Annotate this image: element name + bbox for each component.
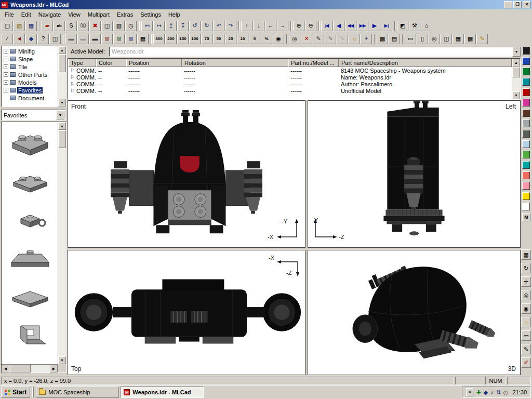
matrix-view-button[interactable]: ▩: [464, 34, 476, 44]
zoom-in-button[interactable]: ⊕: [293, 21, 304, 31]
tree-item-tile[interactable]: +Tile: [2, 63, 58, 71]
viewport-3d[interactable]: 3D: [308, 250, 521, 375]
start-button[interactable]: Start: [1, 387, 30, 398]
color-swatch-6[interactable]: [522, 109, 530, 117]
parts-list-horizontal-scrollbar[interactable]: ◀ ▶: [2, 364, 58, 373]
viewport-left[interactable]: Left -Y -Z: [308, 100, 521, 248]
zoom-150-button[interactable]: 150: [177, 34, 189, 44]
scroll-down-icon[interactable]: ▼: [58, 356, 66, 364]
step-next-button[interactable]: ▶: [369, 21, 380, 31]
nudge-up-button[interactable]: ↑: [241, 21, 252, 31]
minimize-button[interactable]: _: [504, 1, 512, 8]
zoom-5-button[interactable]: 5: [249, 34, 260, 44]
scroll-down-icon[interactable]: ▼: [512, 91, 520, 99]
save-file-button[interactable]: ▦: [25, 21, 37, 31]
lighting-button[interactable]: ☼: [349, 34, 360, 44]
more-colors-button[interactable]: M: [522, 213, 530, 221]
scrollbar-thumb[interactable]: [10, 365, 31, 373]
tree-item-minifig[interactable]: +Minifig: [2, 47, 58, 55]
rotate-cw-button[interactable]: ↻: [201, 21, 212, 31]
scroll-left-icon[interactable]: ◀: [2, 365, 9, 373]
edit-points-button[interactable]: ✎: [313, 34, 324, 44]
add-comment-button[interactable]: ab: [54, 21, 65, 31]
menu-item-extras[interactable]: Extras: [113, 10, 137, 19]
second-screen-button[interactable]: ▯: [417, 34, 428, 44]
viewport-note-button[interactable]: ▭: [521, 330, 531, 341]
clear-rotation-button[interactable]: ⊠: [113, 34, 125, 44]
snapshot-button[interactable]: ▥: [113, 21, 125, 31]
color-swatch-3[interactable]: [522, 78, 530, 86]
column-header-position[interactable]: Position: [126, 59, 182, 67]
zoom-fit-button[interactable]: ◉: [273, 34, 284, 44]
viewport-front[interactable]: Front -Y -X: [68, 100, 305, 248]
step-forward-button[interactable]: ▶▶: [357, 21, 368, 31]
column-header-type[interactable]: Type: [68, 59, 96, 67]
scroll-down-icon[interactable]: ▼: [58, 99, 66, 107]
parts-list-vertical-scrollbar[interactable]: ▲ ▼: [58, 122, 66, 364]
move-up-button[interactable]: ↥: [165, 21, 177, 31]
column-header-rotation[interactable]: Rotation: [182, 59, 288, 67]
color-swatch-7[interactable]: [522, 119, 530, 127]
move-right-button[interactable]: ↦: [153, 21, 165, 31]
zoom-percent-button[interactable]: %: [261, 34, 272, 44]
zoom-300-button[interactable]: 300: [153, 34, 165, 44]
add-part-button[interactable]: ▰: [42, 21, 53, 31]
viewport-top[interactable]: Top -X -Z: [68, 250, 305, 375]
column-header-part-no[interactable]: Part no./Model ...: [288, 59, 339, 67]
color-swatch-12[interactable]: [522, 171, 530, 179]
magnifier-button[interactable]: ◎: [289, 34, 300, 44]
color-swatch-11[interactable]: [522, 161, 530, 169]
materials-button[interactable]: ✦: [361, 34, 372, 44]
zoom-100-button[interactable]: 100: [189, 34, 201, 44]
snap-settings-button[interactable]: ▦: [521, 249, 531, 260]
volume-tray-icon[interactable]: ♪: [490, 390, 494, 395]
category-combobox[interactable]: Favorites ▼: [1, 110, 65, 121]
favorite-part-plate-1x2[interactable]: [2, 161, 58, 200]
clear-step-button[interactable]: ⊠: [101, 34, 113, 44]
center-model-button[interactable]: ◉: [521, 303, 531, 314]
context-help-button[interactable]: ?: [37, 34, 49, 44]
color-swatch-0[interactable]: [522, 47, 530, 55]
new-file-button[interactable]: ▢: [2, 21, 13, 31]
project-home-button[interactable]: ⌂: [421, 21, 432, 31]
edit-lines-button[interactable]: ✎: [325, 34, 336, 44]
show-part-button[interactable]: ▬: [89, 34, 101, 44]
ghost-part-button[interactable]: ▬: [77, 34, 89, 44]
zoom-10-button[interactable]: 10: [237, 34, 248, 44]
menu-item-help[interactable]: Help: [165, 10, 184, 19]
color-swatch-9[interactable]: [522, 140, 530, 148]
tools-button[interactable]: ⚒: [409, 21, 420, 31]
table-row[interactable]: ⚐COMM...--------------------8143 MOC Spa…: [68, 67, 512, 74]
color-swatch-15[interactable]: [522, 203, 530, 210]
duplicate-button[interactable]: ◫: [101, 21, 113, 31]
tree-item-document[interactable]: Document: [2, 94, 58, 102]
move-left-button[interactable]: ↤: [141, 21, 153, 31]
favorite-part-plate-2x2[interactable]: [2, 123, 58, 161]
network-tray-icon[interactable]: ⇅: [496, 390, 501, 395]
edit-faces-button[interactable]: ✎: [337, 34, 348, 44]
expand-icon[interactable]: +: [4, 88, 8, 92]
viewport-light-button[interactable]: ☼: [521, 317, 531, 327]
add-step-button[interactable]: S: [65, 21, 77, 31]
menu-item-multipart[interactable]: Multipart: [84, 10, 113, 19]
draft-mode-button[interactable]: ✎: [476, 34, 488, 44]
column-header-color[interactable]: Color: [96, 59, 126, 67]
color-swatch-14[interactable]: [522, 192, 530, 200]
tree-item-favorites[interactable]: +Favorites: [2, 86, 58, 94]
favorite-part-tile-1x2[interactable]: [2, 276, 58, 315]
calculator-button[interactable]: ▤: [389, 34, 400, 44]
nudge-right-button[interactable]: →: [277, 21, 288, 31]
color-swatch-5[interactable]: [522, 99, 530, 107]
tree-item-slope[interactable]: +Slope: [2, 55, 58, 63]
task-button-mlcad[interactable]: MWeapons.ldr - MLCad: [121, 387, 204, 398]
favorite-part-plate-1x1-clip[interactable]: [2, 200, 58, 238]
scroll-right-icon[interactable]: ▶: [50, 365, 58, 373]
zoom-75-button[interactable]: 75: [201, 34, 212, 44]
viewport-paint-button[interactable]: ✐: [521, 357, 531, 368]
step-first-button[interactable]: |◀: [321, 21, 332, 31]
step-last-button[interactable]: ▶|: [381, 21, 392, 31]
tray-overflow-button[interactable]: «: [466, 388, 473, 396]
rotate-back-button[interactable]: ↶: [213, 21, 224, 31]
expand-icon[interactable]: +: [4, 64, 8, 69]
cancel-edit-button[interactable]: ✕: [301, 34, 312, 44]
